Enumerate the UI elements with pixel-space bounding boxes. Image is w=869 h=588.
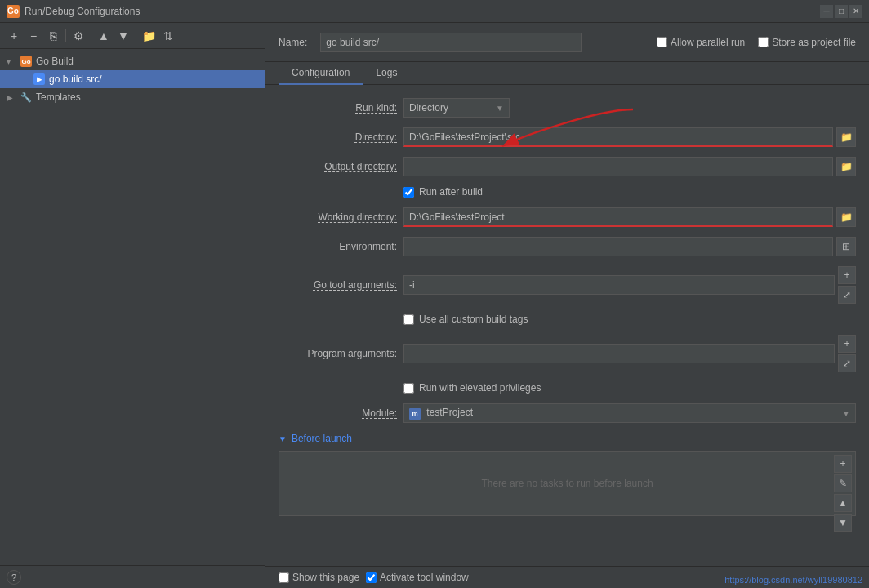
before-launch-up-button[interactable]: ▲	[834, 494, 852, 512]
program-arguments-row: Program arguments: + ⤢	[279, 335, 856, 372]
working-directory-browse-button[interactable]: 📁	[836, 207, 856, 227]
allow-parallel-run-checkbox[interactable]	[657, 37, 667, 47]
maximize-button[interactable]: □	[835, 5, 848, 18]
before-launch-add-button[interactable]: +	[834, 455, 852, 473]
module-row: Module: m testProject ▼	[279, 403, 856, 423]
module-field: m testProject ▼	[403, 403, 856, 423]
main-layout: + − ⎘ ⚙ ▲ ▼ 📁 ⇅ ▾ Go Go Build ▾	[0, 23, 869, 588]
sort-button[interactable]: ⇅	[159, 27, 177, 45]
go-tool-arg-expand-button[interactable]: ⤢	[838, 286, 856, 304]
before-launch-header[interactable]: ▼ Before launch	[279, 433, 856, 444]
toolbar-separator-3	[136, 29, 136, 42]
go-tool-arg-add-button[interactable]: +	[838, 266, 856, 284]
activate-tool-window-checkbox[interactable]	[366, 572, 377, 583]
module-value: testProject	[426, 407, 473, 418]
output-directory-label: Output directory:	[279, 161, 397, 172]
close-button[interactable]: ✕	[849, 5, 862, 18]
templates-icon: 🔧	[20, 91, 33, 104]
name-input[interactable]	[320, 33, 582, 52]
before-launch-section: ▼ Before launch There are no tasks to ru…	[279, 433, 856, 516]
show-this-page-label: Show this page	[279, 572, 359, 583]
store-as-project-file-checkbox[interactable]	[758, 37, 769, 47]
config-area: Run kind: Directory ▼ Directory: 📁	[265, 85, 869, 566]
directory-label: Directory:	[279, 131, 397, 143]
output-directory-browse-button[interactable]: 📁	[836, 157, 856, 176]
remove-config-button[interactable]: −	[25, 27, 42, 45]
custom-build-tags-row: Use all custom build tags	[279, 314, 856, 325]
program-arguments-field: + ⤢	[403, 335, 856, 372]
move-to-folder-button[interactable]: 📁	[140, 27, 158, 45]
output-directory-input[interactable]	[403, 157, 833, 176]
elevated-privileges-row: Run with elevated privileges	[279, 382, 856, 394]
tabs-bar: Configuration Logs	[265, 62, 869, 85]
go-tool-arguments-input[interactable]	[403, 275, 835, 295]
program-arg-add-button[interactable]: +	[838, 335, 856, 353]
module-dropdown-arrow-icon: ▼	[842, 409, 850, 418]
run-after-build-label: Run after build	[419, 186, 483, 198]
directory-input[interactable]	[403, 127, 833, 147]
add-config-button[interactable]: +	[5, 27, 23, 45]
environment-field: ⊞	[403, 237, 856, 256]
before-launch-edit-button[interactable]: ✎	[834, 474, 852, 492]
run-kind-row: Run kind: Directory ▼	[279, 98, 856, 118]
tab-configuration[interactable]: Configuration	[279, 62, 363, 85]
tree-item-templates-label: Templates	[36, 91, 81, 103]
name-label: Name:	[279, 37, 307, 48]
working-directory-row: Working directory: 📁	[279, 207, 856, 227]
run-kind-dropdown[interactable]: Directory ▼	[403, 98, 510, 118]
output-directory-row: Output directory: 📁	[279, 157, 856, 176]
settings-button[interactable]: ⚙	[69, 27, 87, 45]
run-kind-label: Run kind:	[279, 102, 397, 114]
tab-logs[interactable]: Logs	[363, 62, 410, 85]
before-launch-empty-text: There are no tasks to run before launch	[481, 478, 653, 489]
activate-tool-window-text: Activate tool window	[380, 572, 469, 583]
tree-arrow-templates: ▶	[7, 93, 16, 102]
copy-config-button[interactable]: ⎘	[44, 27, 62, 45]
working-directory-input[interactable]	[403, 207, 833, 227]
show-this-page-checkbox[interactable]	[279, 572, 289, 583]
working-directory-field: 📁	[403, 207, 856, 227]
bottom-bar: Show this page Activate tool window http…	[265, 566, 869, 588]
custom-build-tags-checkbox[interactable]	[403, 314, 414, 325]
directory-field: 📁	[403, 127, 856, 147]
toolbar-separator-2	[91, 29, 91, 42]
tree-item-go-build-label: Go Build	[36, 56, 74, 67]
title-bar-text: Run/Debug Configurations	[25, 6, 140, 17]
toolbar-separator	[65, 29, 66, 42]
app-icon: Go	[7, 5, 20, 18]
before-launch-title: Before launch	[292, 433, 352, 444]
directory-browse-button[interactable]: 📁	[836, 127, 856, 147]
run-kind-field: Directory ▼	[403, 98, 856, 118]
directory-row: Directory: 📁	[279, 127, 856, 147]
tree-item-go-build[interactable]: ▾ Go Go Build	[0, 52, 265, 70]
before-launch-toggle-icon: ▼	[279, 434, 287, 443]
program-arguments-label: Program arguments:	[279, 348, 397, 359]
main-content: Name: Allow parallel run Store as projec…	[265, 23, 869, 588]
environment-edit-button[interactable]: ⊞	[836, 237, 856, 256]
tree-item-go-build-src[interactable]: ▾ ▶ go build src/	[0, 70, 265, 88]
module-label: Module:	[279, 408, 397, 419]
minimize-button[interactable]: ─	[820, 5, 833, 18]
working-directory-label: Working directory:	[279, 212, 397, 223]
tree-arrow: ▾	[7, 57, 16, 66]
window-controls: ─ □ ✕	[820, 5, 862, 18]
move-up-button[interactable]: ▲	[95, 27, 113, 45]
elevated-privileges-checkbox[interactable]	[403, 383, 414, 394]
program-arg-expand-button[interactable]: ⤢	[838, 354, 856, 372]
tree-item-templates[interactable]: ▶ 🔧 Templates	[0, 88, 265, 106]
go-tool-arguments-label: Go tool arguments:	[279, 279, 397, 291]
sidebar-tree: ▾ Go Go Build ▾ ▶ go build src/ ▶ 🔧 Temp…	[0, 49, 265, 565]
custom-build-tags-label: Use all custom build tags	[419, 314, 528, 325]
watermark: https://blog.csdn.net/wyll19980812	[724, 575, 862, 585]
help-button[interactable]: ?	[7, 570, 21, 585]
activate-tool-window-label: Activate tool window	[366, 572, 469, 583]
title-bar: Go Run/Debug Configurations ─ □ ✕	[0, 0, 869, 23]
header-checkboxes: Allow parallel run Store as project file	[657, 37, 856, 48]
before-launch-down-button[interactable]: ▼	[834, 514, 852, 532]
move-down-button[interactable]: ▼	[114, 27, 132, 45]
run-after-build-checkbox[interactable]	[403, 187, 414, 198]
program-arguments-input[interactable]	[403, 344, 835, 363]
store-as-project-file-label: Store as project file	[758, 37, 856, 48]
environment-input[interactable]	[403, 237, 833, 256]
module-dropdown[interactable]: m testProject ▼	[403, 403, 856, 423]
